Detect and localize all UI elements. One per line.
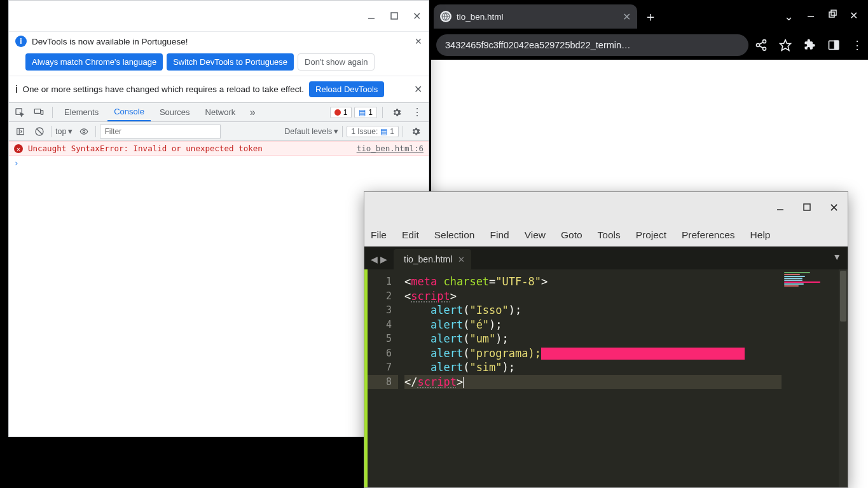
gear-icon[interactable] xyxy=(407,126,425,137)
tab-close-icon[interactable]: ✕ xyxy=(458,255,465,264)
info-icon: i xyxy=(15,84,18,95)
always-match-button[interactable]: Always match Chrome's language xyxy=(25,53,163,71)
tab-title: tio_ben.html xyxy=(457,12,504,22)
line-num: 3 xyxy=(371,303,392,318)
issues-count: 1 xyxy=(390,127,394,136)
menu-tools[interactable]: Tools xyxy=(598,229,621,241)
new-tab-button[interactable]: ＋ xyxy=(641,7,660,26)
scrollbar-thumb[interactable] xyxy=(840,271,846,322)
dont-show-button[interactable]: Don't show again xyxy=(298,53,375,71)
star-icon[interactable] xyxy=(779,39,792,51)
close-icon[interactable]: ✕ xyxy=(829,201,839,215)
error-source-link[interactable]: tio_ben.html:6 xyxy=(357,144,424,153)
context-selector[interactable]: top ▾ xyxy=(55,126,72,136)
dismiss-icon[interactable]: ✕ xyxy=(414,83,422,95)
levels-label: Default levels xyxy=(284,127,332,136)
minimize-icon[interactable] xyxy=(776,203,786,213)
sidebar-toggle-icon[interactable] xyxy=(13,124,28,139)
menu-help[interactable]: Help xyxy=(750,229,771,241)
share-icon[interactable] xyxy=(755,39,768,51)
sidepanel-icon[interactable] xyxy=(827,39,840,51)
svg-rect-12 xyxy=(835,41,839,49)
info-icon: i xyxy=(15,36,27,47)
code-line: </script> xyxy=(404,375,782,390)
svg-point-5 xyxy=(757,44,760,47)
menu-selection[interactable]: Selection xyxy=(434,229,475,241)
window-controls: ⌄ ✕ xyxy=(784,10,865,24)
menu-preferences[interactable]: Preferences xyxy=(682,229,735,241)
reload-devtools-button[interactable]: Reload DevTools xyxy=(309,81,384,97)
line-numbers: 1 2 3 4 5 6 7 8 xyxy=(368,269,398,487)
close-icon[interactable]: ✕ xyxy=(850,10,858,24)
tab-console[interactable]: Console xyxy=(107,103,151,121)
restore-icon[interactable] xyxy=(828,10,837,24)
code-text[interactable]: <meta charset="UTF-8"><script> alert("Is… xyxy=(398,269,782,487)
chevron-down-icon[interactable]: ⌄ xyxy=(784,10,794,24)
nav-back-icon[interactable]: ◀ xyxy=(371,254,378,264)
svg-rect-17 xyxy=(41,110,43,114)
maximize-icon[interactable] xyxy=(390,11,399,20)
devtools-tabs: Elements Console Sources Network » 1 ▤1 … xyxy=(9,103,429,122)
menu-find[interactable]: Find xyxy=(490,229,509,241)
maximize-icon[interactable] xyxy=(803,203,813,213)
message-count-badge[interactable]: ▤1 xyxy=(354,107,377,118)
minimap[interactable] xyxy=(782,269,839,487)
minimize-icon[interactable] xyxy=(367,11,376,20)
minimize-icon[interactable] xyxy=(806,10,815,24)
svg-rect-18 xyxy=(17,128,24,134)
tab-label: tio_ben.html xyxy=(404,254,452,264)
dismiss-icon[interactable]: ✕ xyxy=(415,36,422,46)
reload-text: One or more settings have changed which … xyxy=(23,85,305,94)
browser-tab[interactable]: tio_ben.html ✕ xyxy=(434,4,637,29)
code-line: <meta charset="UTF-8"> xyxy=(404,274,782,289)
inspect-icon[interactable] xyxy=(11,104,28,121)
tab-sources[interactable]: Sources xyxy=(153,104,196,121)
menu-project[interactable]: Project xyxy=(636,229,666,241)
extensions-icon[interactable] xyxy=(803,39,816,51)
gear-icon[interactable] xyxy=(388,107,406,118)
tab-network[interactable]: Network xyxy=(199,104,242,121)
tab-elements[interactable]: Elements xyxy=(58,104,105,121)
menu-edit[interactable]: Edit xyxy=(402,229,419,241)
kebab-icon[interactable]: ⋮ xyxy=(408,106,426,118)
menu-view[interactable]: View xyxy=(525,229,546,241)
svg-rect-24 xyxy=(804,204,810,210)
log-levels-selector[interactable]: Default levels ▾ xyxy=(284,126,338,136)
menu-goto[interactable]: Goto xyxy=(561,229,582,241)
svg-line-8 xyxy=(759,46,763,48)
svg-line-21 xyxy=(37,129,42,134)
code-line: alert("é"); xyxy=(404,318,782,332)
tab-strip: tio_ben.html ✕ ＋ ⌄ ✕ xyxy=(431,0,868,30)
tab-dropdown-icon[interactable]: ▼ xyxy=(832,252,841,262)
live-expression-icon[interactable] xyxy=(76,124,92,139)
switch-language-button[interactable]: Switch DevTools to Portuguese xyxy=(167,53,294,71)
line-num: 5 xyxy=(371,332,392,346)
console-prompt[interactable]: › xyxy=(9,156,429,170)
code-line: alert("programa); xyxy=(404,346,782,361)
menu-file[interactable]: File xyxy=(371,229,387,241)
nav-forward-icon[interactable]: ▶ xyxy=(380,254,387,264)
browser-chrome: tio_ben.html ✕ ＋ ⌄ ✕ 3432465f9c3ff02042e… xyxy=(431,0,868,69)
file-tab[interactable]: tio_ben.html ✕ xyxy=(394,249,471,269)
more-tabs-icon[interactable]: » xyxy=(244,104,261,121)
message-count: 1 xyxy=(368,108,373,117)
kebab-icon[interactable]: ⋮ xyxy=(851,38,863,52)
omnibox[interactable]: 3432465f9c3ff02042ea529725bd22_termin… xyxy=(436,34,748,56)
issues-badge[interactable]: 1 Issue: ▤ 1 xyxy=(347,126,399,137)
prompt-icon: › xyxy=(14,158,19,168)
line-num: 8 xyxy=(368,375,398,390)
issues-label: 1 Issue: xyxy=(351,127,378,136)
device-icon[interactable] xyxy=(31,104,47,121)
close-icon[interactable]: ✕ xyxy=(413,10,421,22)
code-editor[interactable]: 1 2 3 4 5 6 7 8 <meta charset="UTF-8"><s… xyxy=(364,269,848,487)
svg-rect-16 xyxy=(34,109,40,113)
scrollbar[interactable] xyxy=(839,269,848,487)
tab-close-icon[interactable]: ✕ xyxy=(623,11,631,23)
filter-input[interactable] xyxy=(100,125,221,139)
address-bar-row: 3432465f9c3ff02042ea529725bd22_termin… ⋮ xyxy=(431,30,868,60)
error-count-badge[interactable]: 1 xyxy=(330,107,352,118)
clear-console-icon[interactable] xyxy=(32,124,47,139)
code-line: alert("um"); xyxy=(404,332,782,346)
console-error-row[interactable]: ✕ Uncaught SyntaxError: Invalid or unexp… xyxy=(9,141,429,156)
console-toolbar: top ▾ Default levels ▾ 1 Issue: ▤ 1 xyxy=(9,122,429,141)
